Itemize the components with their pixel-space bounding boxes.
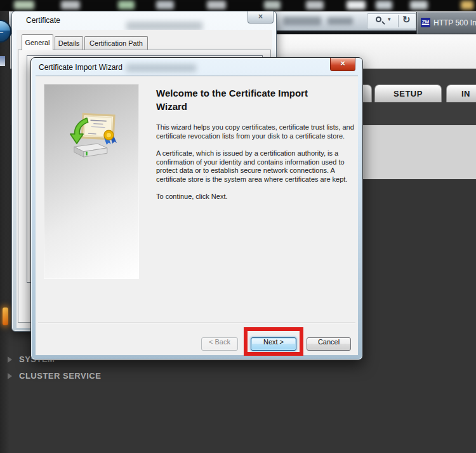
wizard-paragraph: A certificate, which is issued by a cert… <box>156 149 354 184</box>
search-icon[interactable] <box>376 17 381 22</box>
wizard-text: This wizard helps you copy certificates,… <box>156 123 354 210</box>
taskbar-blob <box>410 1 428 10</box>
tab-details[interactable]: Details <box>55 36 83 50</box>
browser-tab-title: HTTP 500 In <box>433 18 476 27</box>
wizard-title: Certificate Import Wizard <box>39 63 122 72</box>
taskbar-blob <box>264 1 281 10</box>
cancel-button[interactable]: Cancel <box>307 337 351 351</box>
address-bar-blur <box>283 17 321 25</box>
taskbar-blob <box>347 1 366 10</box>
tab-general[interactable]: General <box>22 34 53 50</box>
taskbar-strip <box>0 0 476 11</box>
back-wizard-button: < Back <box>201 337 238 351</box>
refresh-icon[interactable]: ↻ <box>402 14 411 25</box>
close-button[interactable]: × <box>330 58 355 71</box>
notification-glow <box>3 308 8 325</box>
wizard-heading: Welcome to the Certificate Import Wizard <box>156 86 338 113</box>
annotation-highlight-rectangle <box>244 327 303 356</box>
certificate-dialog-title: Certificate <box>26 16 60 25</box>
tab-certification-path[interactable]: Certification Path <box>84 36 148 50</box>
taskbar-blob <box>14 1 34 10</box>
screen: ▾ ↻ ZM HTTP 500 In ← SETUP IN SYSTEM CLU… <box>0 0 476 453</box>
nav-item-cluster-service[interactable]: CLUSTER SERVICE <box>19 371 101 381</box>
certificate-import-icon <box>67 111 120 164</box>
taskbar-blob <box>118 1 135 10</box>
wizard-side-panel <box>44 84 139 279</box>
taskbar-blob <box>376 1 392 10</box>
wizard-body: Welcome to the Certificate Import Wizard… <box>36 76 358 355</box>
browser-left-edge <box>0 11 10 453</box>
expand-arrow-icon[interactable] <box>8 356 12 363</box>
title-blur <box>126 64 196 72</box>
toolbar-divider <box>398 15 399 27</box>
site-favicon: ZM <box>421 18 430 27</box>
title-blur <box>126 22 202 30</box>
taskbar-blob <box>156 1 174 10</box>
partial-icon-fragment <box>0 56 5 66</box>
search-dropdown-icon[interactable]: ▾ <box>388 16 391 22</box>
wizard-paragraph: To continue, click Next. <box>156 193 354 201</box>
taskbar-blob <box>306 1 324 10</box>
wizard-paragraph: This wizard helps you copy certificates,… <box>156 123 354 140</box>
certificate-import-wizard: Certificate Import Wizard × <box>30 57 363 360</box>
address-bar-blur <box>327 17 353 25</box>
taskbar-blob <box>61 1 80 10</box>
taskbar-blob <box>461 1 473 10</box>
site-tab-setup[interactable]: SETUP <box>374 85 442 102</box>
close-button[interactable]: × <box>248 11 274 24</box>
button-separator <box>38 322 355 323</box>
expand-arrow-icon[interactable] <box>8 373 12 379</box>
site-tab-info[interactable]: IN <box>446 85 476 102</box>
taskbar-blob <box>207 1 226 10</box>
